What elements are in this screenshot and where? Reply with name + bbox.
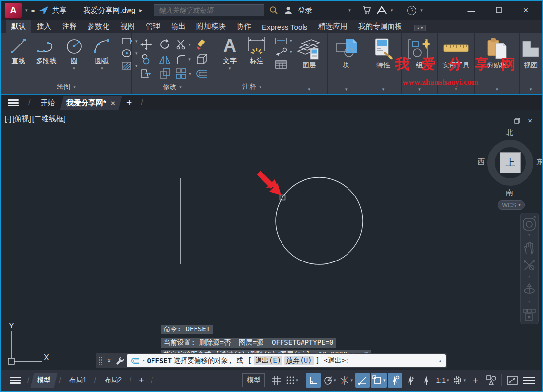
panel-properties[interactable]: 特性 ▾: [365, 33, 402, 94]
ribbon-tab-parametric[interactable]: 参数化: [82, 20, 115, 33]
help-icon[interactable]: ?: [407, 6, 416, 15]
snap-dropdown-icon[interactable]: ▾: [296, 378, 298, 383]
new-layout-button[interactable]: +: [138, 375, 144, 386]
layout-menu-icon[interactable]: [10, 377, 21, 384]
search-box[interactable]: [154, 4, 264, 16]
snap-toggle[interactable]: ▾: [284, 373, 300, 388]
panel-groups[interactable]: 组 ▾: [402, 33, 438, 94]
leader-button[interactable]: ▾: [275, 47, 292, 56]
groups-panel-dropdown-icon[interactable]: ▾: [418, 87, 421, 94]
ribbon-tab-addins[interactable]: 附加模块: [191, 20, 231, 33]
file-tab-close-icon[interactable]: ×: [111, 99, 115, 107]
ortho-toggle[interactable]: [306, 373, 321, 388]
polyline-button[interactable]: 多段线: [33, 36, 60, 65]
ribbon-tab-annotate[interactable]: 注释: [57, 20, 82, 33]
ribbon-tab-collaborate[interactable]: 协作: [231, 20, 257, 33]
erase-button[interactable]: [196, 39, 208, 50]
text-button[interactable]: A 文字 ▾: [218, 36, 241, 71]
workspace-switching-button[interactable]: ▾: [451, 373, 467, 388]
panel-utilities[interactable]: 实用工具 ▾: [438, 33, 475, 94]
stretch-button[interactable]: [140, 68, 152, 80]
ribbon-tab-express-tools[interactable]: Express Tools: [257, 21, 313, 33]
panel-annotate-title[interactable]: 注释 ▾: [213, 81, 291, 94]
polar-dropdown-icon[interactable]: ▾: [334, 378, 336, 383]
minimize-button[interactable]: —: [465, 6, 478, 15]
file-tab-current[interactable]: 我爱分享网* ×: [60, 96, 122, 110]
isometric-dropdown-icon[interactable]: ▾: [350, 378, 353, 383]
option-undo-button[interactable]: 放弃(U): [284, 356, 313, 365]
command-history-expand-icon[interactable]: ▴: [439, 358, 442, 363]
table-button[interactable]: [275, 60, 292, 69]
app-menu-dropdown-icon[interactable]: ▾: [25, 8, 28, 13]
panel-clipboard[interactable]: 剪贴板 ▾: [475, 33, 520, 94]
arc-button[interactable]: 圆弧 ▾: [88, 36, 115, 71]
autodesk-dropdown-icon[interactable]: ▾: [391, 8, 393, 13]
scale-button[interactable]: [159, 68, 171, 80]
layout-tab-layout1[interactable]: 布局1: [64, 373, 91, 388]
move-button[interactable]: [140, 39, 152, 50]
maximize-button[interactable]: [492, 6, 505, 15]
drawing-canvas[interactable]: [-] [俯视] [二维线框] — × 北 西 上 东 南 WCS ▾ ×: [1, 110, 542, 370]
file-tab-start[interactable]: 开始: [35, 96, 60, 110]
panel-view[interactable]: 视图 ▾: [520, 33, 542, 94]
ribbon-tab-manage[interactable]: 管理: [140, 20, 166, 33]
ribbon-tab-insert[interactable]: 插入: [31, 20, 57, 33]
user-icon[interactable]: [283, 5, 294, 16]
panel-draw-title[interactable]: 绘图 ▾: [1, 81, 131, 94]
view-panel-dropdown-icon[interactable]: ▾: [530, 87, 532, 94]
line-button[interactable]: 直线: [5, 36, 32, 65]
osnap-dropdown-icon[interactable]: ▾: [383, 378, 386, 383]
ribbon-collapse-button[interactable]: ▴ ▾: [414, 25, 426, 31]
trim-dropdown-icon[interactable]: ▾: [188, 43, 191, 47]
command-line-palette[interactable]: × ▾ OFFSET 选择要偏移的对象, 或 [ 退出(E) 放弃(U) ] <…: [96, 353, 447, 368]
share-button[interactable]: 共享: [39, 5, 67, 16]
rotate-button[interactable]: [159, 39, 171, 50]
option-exit-button[interactable]: 退出(E): [254, 356, 282, 365]
array-button[interactable]: ▾: [175, 68, 191, 80]
properties-panel-dropdown-icon[interactable]: ▾: [382, 87, 385, 94]
circle-button[interactable]: 圆 ▾: [61, 36, 87, 71]
status-customization-menu-icon[interactable]: [523, 377, 535, 384]
autodesk-logo-icon[interactable]: [376, 5, 387, 16]
command-input[interactable]: ▾ OFFSET 选择要偏移的对象, 或 [ 退出(E) 放弃(U) ] <退出…: [127, 354, 446, 367]
palette-grip-handle[interactable]: [99, 356, 103, 365]
linear-dimension-button[interactable]: ▾: [275, 37, 292, 44]
panel-modify-title[interactable]: 修改 ▾: [132, 81, 213, 94]
fillet-button[interactable]: ▾: [176, 54, 191, 65]
offset-button[interactable]: [195, 69, 208, 79]
dimension-button[interactable]: 标注: [242, 36, 271, 65]
clean-screen-button[interactable]: [505, 373, 520, 388]
annotation-scale-value[interactable]: 1:1 ▾: [434, 373, 450, 388]
annotation-visibility-toggle[interactable]: [388, 373, 402, 388]
model-paper-toggle[interactable]: 模型: [242, 373, 265, 387]
workspace-dropdown-icon[interactable]: ▾: [463, 378, 466, 383]
panel-block[interactable]: 块 ▾: [328, 33, 366, 94]
grid-toggle[interactable]: [269, 373, 283, 388]
isometric-drafting-toggle[interactable]: ▾: [338, 373, 354, 388]
trim-button[interactable]: ▾: [176, 39, 191, 50]
drawn-circle[interactable]: [276, 177, 363, 264]
customization-plus-button[interactable]: +: [468, 373, 483, 388]
search-input[interactable]: [157, 6, 261, 15]
ribbon-tab-custom-panel[interactable]: 我的专属面板: [353, 20, 408, 33]
recent-commands-dropdown-icon[interactable]: ▾: [142, 358, 145, 363]
object-snap-tracking-toggle[interactable]: [355, 373, 370, 388]
block-panel-dropdown-icon[interactable]: ▾: [345, 87, 348, 94]
utilities-panel-dropdown-icon[interactable]: ▾: [455, 87, 457, 94]
arc-dropdown-icon[interactable]: ▾: [101, 66, 103, 71]
copy-button[interactable]: [140, 53, 152, 65]
layers-panel-dropdown-icon[interactable]: ▾: [308, 87, 311, 94]
app-store-cart-icon[interactable]: [362, 5, 372, 16]
ribbon-tab-default[interactable]: 默认: [6, 20, 31, 33]
file-tabs-menu-icon[interactable]: [8, 99, 19, 106]
ribbon-tab-view[interactable]: 视图: [115, 20, 140, 33]
annotation-autoscale-toggle[interactable]: [403, 373, 418, 388]
ribbon-tab-featured-apps[interactable]: 精选应用: [313, 20, 353, 33]
new-tab-button[interactable]: +: [126, 97, 132, 109]
account-dropdown-icon[interactable]: ▾: [348, 8, 351, 13]
array-dropdown-icon[interactable]: ▾: [189, 72, 191, 76]
panel-layers[interactable]: 图层 ▾: [291, 33, 328, 94]
close-button[interactable]: ×: [520, 5, 532, 16]
polar-tracking-toggle[interactable]: ▾: [322, 373, 338, 388]
customize-wrench-icon[interactable]: [116, 356, 124, 365]
